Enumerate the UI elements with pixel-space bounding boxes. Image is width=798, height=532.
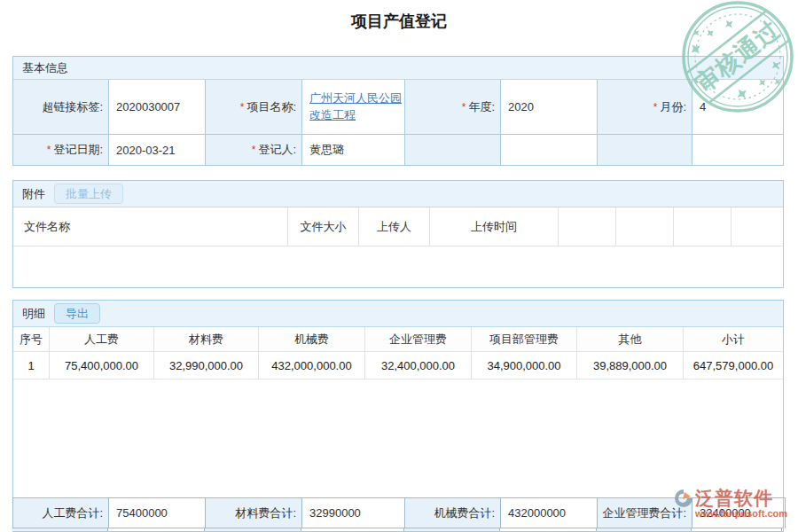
project-name-link[interactable]: 广州天河人民公园改造工程 bbox=[309, 90, 404, 124]
col-file-size: 文件大小 bbox=[288, 207, 359, 246]
required-asterisk: * bbox=[252, 144, 256, 156]
field-label-month: * 月份: bbox=[598, 80, 692, 135]
attachments-table-header: 文件名称 文件大小 上传人 上传时间 bbox=[13, 207, 783, 246]
field-value-hyperlink-tag: 2020030007 bbox=[109, 80, 206, 135]
attachments-panel: 附件 批量上传 文件名称 文件大小 上传人 上传时间 bbox=[12, 180, 784, 288]
total-label-material: 材料费合计: bbox=[206, 498, 302, 528]
required-asterisk: * bbox=[47, 144, 51, 156]
next-totals-row-partial bbox=[12, 528, 784, 531]
cell-machinery-cost: 432,000,000.00 bbox=[259, 352, 365, 379]
field-label-registrant: * 登记人: bbox=[206, 135, 302, 165]
required-asterisk: * bbox=[462, 101, 466, 113]
basic-info-header: 基本信息 bbox=[13, 57, 783, 80]
vendor-logo: 泛普软件 www.fanpusoft.com bbox=[674, 486, 796, 519]
basic-info-title: 基本信息 bbox=[22, 60, 68, 76]
col-material-cost: 材料费 bbox=[154, 327, 259, 352]
col-file-name: 文件名称 bbox=[13, 207, 288, 246]
field-value-registrant: 黄思璐 bbox=[302, 135, 405, 165]
field-label-hyperlink-tag: 超链接标签: bbox=[13, 80, 109, 135]
col-seq: 序号 bbox=[13, 327, 50, 352]
empty-cell bbox=[501, 135, 598, 165]
cell-project-dept-mgmt-cost: 34,900,000.00 bbox=[472, 352, 577, 379]
empty-cell bbox=[598, 135, 692, 165]
cell-enterprise-mgmt-cost: 32,400,000.00 bbox=[365, 352, 472, 379]
empty-column bbox=[674, 207, 732, 246]
batch-upload-button[interactable]: 批量上传 bbox=[54, 184, 123, 205]
field-label-year: * 年度: bbox=[405, 80, 501, 135]
required-asterisk: * bbox=[240, 101, 245, 113]
details-table: 序号 人工费 材料费 机械费 企业管理费 项目部管理费 其他 小计 1 75,4… bbox=[13, 327, 783, 379]
cell-subtotal: 647,579,000.00 bbox=[684, 352, 783, 379]
field-value-year: 2020 bbox=[501, 80, 598, 135]
empty-column bbox=[616, 207, 674, 246]
cell-other: 39,889,000.00 bbox=[577, 352, 684, 379]
col-labor-cost: 人工费 bbox=[50, 327, 154, 352]
vendor-url: www.fanpusoft.com bbox=[695, 508, 796, 519]
attachments-header: 附件 批量上传 bbox=[13, 181, 783, 207]
field-label-register-date: * 登记日期: bbox=[13, 135, 109, 165]
page-title: 项目产值登记 bbox=[0, 11, 798, 32]
col-subtotal: 小计 bbox=[684, 327, 783, 352]
field-value-register-date: 2020-03-21 bbox=[109, 135, 206, 165]
attachments-title: 附件 bbox=[22, 186, 45, 202]
col-uploader: 上传人 bbox=[359, 207, 430, 246]
totals-row: 人工费合计: 75400000 材料费合计: 32990000 机械费合计: 4… bbox=[12, 497, 786, 528]
col-machinery-cost: 机械费 bbox=[259, 327, 365, 352]
col-other: 其他 bbox=[577, 327, 684, 352]
col-enterprise-mgmt-cost: 企业管理费 bbox=[365, 327, 472, 352]
empty-column bbox=[559, 207, 616, 246]
total-value-labor: 75400000 bbox=[109, 498, 206, 528]
required-asterisk: * bbox=[653, 101, 658, 113]
empty-cell bbox=[405, 135, 501, 165]
field-value-project-name: 广州天河人民公园改造工程 bbox=[302, 80, 405, 135]
details-header: 明细 导出 bbox=[13, 301, 783, 327]
cell-labor-cost: 75,400,000.00 bbox=[50, 352, 154, 379]
field-label-project-name: * 项目名称: bbox=[206, 80, 302, 135]
vendor-name: 泛普软件 bbox=[695, 486, 773, 511]
page: 项目产值登记 基本信息 超链接标签: 2020030007 * 项目名称: 广州… bbox=[0, 0, 798, 532]
col-upload-time: 上传时间 bbox=[430, 207, 559, 246]
export-button[interactable]: 导出 bbox=[54, 303, 100, 325]
field-value-month: 4 bbox=[692, 80, 783, 135]
total-label-labor: 人工费合计: bbox=[13, 498, 109, 528]
cell-seq: 1 bbox=[13, 352, 50, 379]
details-title: 明细 bbox=[22, 306, 45, 322]
total-value-material: 32990000 bbox=[302, 498, 405, 528]
total-value-machinery: 432000000 bbox=[501, 498, 598, 528]
total-label-machinery: 机械费合计: bbox=[405, 498, 501, 528]
empty-cell bbox=[692, 135, 783, 165]
empty-column bbox=[732, 207, 783, 246]
vendor-logo-icon bbox=[674, 489, 693, 508]
basic-info-panel: 基本信息 超链接标签: 2020030007 * 项目名称: 广州天河人民公园改… bbox=[12, 56, 784, 166]
col-project-dept-mgmt-cost: 项目部管理费 bbox=[472, 327, 577, 352]
details-panel: 明细 导出 序号 人工费 材料费 机械费 企业管理费 项目部管理费 其他 小计 … bbox=[12, 300, 784, 532]
cell-material-cost: 32,990,000.00 bbox=[154, 352, 259, 379]
basic-info-table: 超链接标签: 2020030007 * 项目名称: 广州天河人民公园改造工程 *… bbox=[13, 80, 783, 165]
